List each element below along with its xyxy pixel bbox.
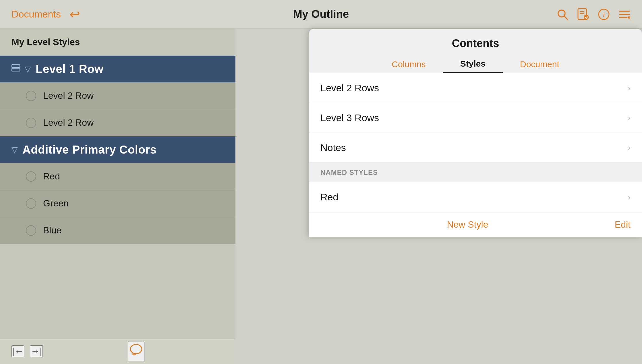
svg-rect-13 [12,68,20,71]
chevron-icon-red: › [628,193,631,202]
panel-content: Level 2 Rows › Level 3 Rows › Notes › NA… [309,73,642,212]
info-icon: i [598,8,610,20]
nav-back-arrow-icon: |← [12,346,24,357]
style-item-red[interactable]: Red › [309,182,642,212]
nav-right: i [321,8,631,21]
tab-styles[interactable]: Styles [443,55,503,73]
nav-bar: Documents ↩ My Outline i [0,0,642,29]
style-item-level3rows-text: Level 3 Rows [320,112,628,123]
svg-point-11 [628,16,630,19]
level2-row-2-text: Level 2 Row [43,117,94,128]
section-header-text: NAMED STYLES [320,169,378,176]
chevron-icon-notes: › [628,143,631,152]
svg-text:i: i [603,11,605,18]
menu-button[interactable] [618,8,631,20]
panel-header: Contents Columns Styles Document [309,29,642,73]
nav-left: Documents ↩ [11,7,321,22]
level2-row-1-text: Level 2 Row [43,90,94,101]
style-item-red-text: Red [320,191,628,203]
edit-button[interactable]: Edit [615,219,631,230]
outline-header: My Level Styles [0,29,235,56]
outline-panel: My Level Styles ▽ Level 1 Row Level 2 Ro… [0,29,235,364]
chevron-icon-level3rows: › [628,113,631,123]
triangle-icon-1: ▽ [25,64,31,74]
search-button[interactable] [556,8,568,20]
style-item-level2rows[interactable]: Level 2 Rows › [309,73,642,103]
level2-row-2[interactable]: Level 2 Row [0,109,235,136]
level2-radio-red[interactable] [26,171,36,182]
level1-row-2[interactable]: ▽ Additive Primary Colors [0,136,235,163]
style-item-notes-text: Notes [320,142,628,153]
level2-row-blue-text: Blue [43,225,61,236]
nav-forward-button[interactable]: →| [30,345,42,357]
nav-back-button[interactable]: |← [11,345,24,357]
menu-icon [618,8,631,20]
panel-footer: New Style Edit [309,212,642,237]
level2-row-green-text: Green [43,198,69,209]
level2-row-green[interactable]: Green [0,190,235,217]
template-icon [577,8,589,21]
info-button[interactable]: i [598,8,610,20]
chevron-icon-level2rows: › [628,84,631,93]
level2-radio-green[interactable] [26,198,36,209]
bottom-toolbar: |← →| [0,338,235,364]
page-title: My Outline [293,8,349,20]
level2-row-red-text: Red [43,171,60,182]
panel-tabs: Columns Styles Document [320,55,631,73]
nav-center: My Outline [293,8,349,20]
search-icon [556,8,568,20]
svg-line-1 [564,16,567,19]
level1-row-2-text: Additive Primary Colors [22,143,156,156]
level2-radio-2[interactable] [26,118,36,128]
level2-row-red[interactable]: Red [0,163,235,190]
level2-radio-blue[interactable] [26,225,36,236]
outline-header-title: My Level Styles [11,37,80,47]
named-styles-section-header: NAMED STYLES [309,163,642,182]
tab-columns[interactable]: Columns [374,55,443,73]
content-area: My Level Styles ▽ Level 1 Row Level 2 Ro… [0,29,642,364]
documents-button[interactable]: Documents [11,9,61,20]
style-item-level2rows-text: Level 2 Rows [320,82,628,94]
chat-icon [128,342,144,358]
chat-button[interactable] [128,342,144,361]
svg-point-14 [130,344,142,354]
right-panel: Contents Columns Styles Document Level 2… [309,29,642,237]
style-item-level3rows[interactable]: Level 3 Rows › [309,103,642,133]
style-item-notes[interactable]: Notes › [309,133,642,163]
panel-title: Contents [320,37,631,50]
level1-row-1-text: Level 1 Row [36,63,104,75]
level2-radio-1[interactable] [26,91,36,101]
level1-row-1[interactable]: ▽ Level 1 Row [0,56,235,82]
back-icon[interactable]: ↩ [69,7,80,22]
tab-document[interactable]: Document [503,55,577,73]
table-rows-icon [11,64,20,74]
svg-rect-12 [12,65,20,67]
svg-point-3 [584,15,589,20]
level2-row-1[interactable]: Level 2 Row [0,82,235,109]
level2-row-blue[interactable]: Blue [0,217,235,244]
template-button[interactable] [577,8,589,21]
nav-forward-arrow-icon: →| [30,346,42,357]
triangle-icon-2: ▽ [11,145,18,154]
new-style-button[interactable]: New Style [320,219,615,230]
